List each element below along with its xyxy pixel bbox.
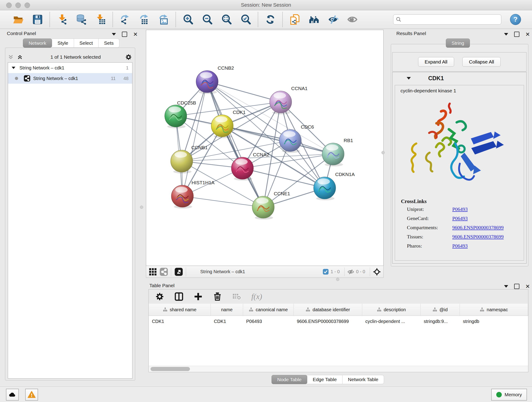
tab-node-table[interactable]: Node Table bbox=[272, 375, 307, 384]
node-CDC25B[interactable] bbox=[165, 105, 187, 128]
node-CDKN1A[interactable] bbox=[314, 177, 336, 200]
warning-button[interactable] bbox=[25, 389, 38, 401]
node-CCNA1[interactable] bbox=[270, 91, 292, 114]
edge-CCNB2-HIST1H1A[interactable] bbox=[182, 82, 207, 196]
crosslink-link[interactable]: P06493 bbox=[452, 216, 468, 221]
tree-collapse-icon[interactable] bbox=[12, 67, 15, 69]
column-header-databaseidentifier[interactable]: database identifier bbox=[294, 304, 362, 316]
edge-CDC6-CCNB1[interactable] bbox=[182, 140, 290, 161]
tab-select[interactable]: Select bbox=[74, 38, 99, 48]
network-tree-child-row[interactable]: String Network – cdk1 11 48 bbox=[8, 73, 132, 84]
column-header-canonicalname[interactable]: canonical name bbox=[243, 304, 294, 316]
results-panel-menu-icon[interactable] bbox=[504, 33, 508, 36]
table-options-gear-icon[interactable] bbox=[155, 292, 164, 301]
hidden-eye-icon[interactable] bbox=[347, 268, 354, 275]
collapse-all-button[interactable]: Collapse All bbox=[462, 57, 501, 67]
cloud-button[interactable] bbox=[6, 389, 19, 401]
crosslink-link[interactable]: P06493 bbox=[452, 243, 468, 249]
expand-all-icon[interactable] bbox=[17, 54, 23, 60]
table-cell[interactable]: CDK1 bbox=[149, 316, 211, 327]
results-panel-close-icon[interactable]: ✕ bbox=[525, 32, 530, 36]
table-cell[interactable]: stringdb:9... bbox=[421, 316, 460, 327]
edge-CCNB2-CCNE1[interactable] bbox=[207, 82, 263, 207]
node-CCNB1[interactable] bbox=[171, 150, 193, 173]
help-button[interactable]: ? bbox=[510, 14, 521, 25]
import-network-button[interactable] bbox=[56, 13, 69, 26]
node-RB1[interactable] bbox=[322, 143, 344, 166]
tab-string[interactable]: String bbox=[446, 38, 470, 48]
scrollbar-thumb[interactable] bbox=[151, 367, 190, 371]
refresh-button[interactable] bbox=[264, 13, 277, 26]
table-horizontal-scrollbar[interactable] bbox=[149, 366, 528, 372]
table-panel-menu-icon[interactable] bbox=[504, 285, 508, 288]
hide-items-button[interactable] bbox=[327, 13, 340, 26]
zoom-selected-button[interactable] bbox=[239, 13, 252, 26]
export-image-button[interactable] bbox=[157, 13, 170, 26]
right-splitter-handle[interactable] bbox=[381, 151, 385, 154]
column-header-name[interactable]: name bbox=[211, 304, 243, 316]
column-header-description[interactable]: description bbox=[362, 304, 421, 316]
import-database-button[interactable] bbox=[75, 13, 88, 26]
collapse-all-icon[interactable] bbox=[8, 54, 14, 60]
add-column-icon[interactable] bbox=[194, 292, 203, 301]
table-panel-float-icon[interactable] bbox=[514, 284, 519, 289]
tab-sets[interactable]: Sets bbox=[99, 38, 119, 48]
detach-view-icon[interactable] bbox=[174, 268, 183, 276]
table-cell[interactable]: 9606.ENSP00000378699 bbox=[294, 316, 362, 327]
node-CCNE1[interactable] bbox=[252, 196, 274, 220]
zoom-out-button[interactable] bbox=[201, 13, 214, 26]
crosslink-link[interactable]: 9606.ENSP00000378699 bbox=[452, 234, 504, 240]
clone-network-button[interactable] bbox=[288, 13, 301, 26]
grid-view-icon[interactable] bbox=[148, 268, 157, 276]
table-panel-close-icon[interactable]: ✕ bbox=[525, 284, 530, 288]
open-session-button[interactable] bbox=[12, 13, 25, 26]
export-network-button[interactable] bbox=[119, 13, 132, 26]
table-cell[interactable]: stringdb bbox=[460, 316, 528, 327]
zoom-fit-button[interactable] bbox=[220, 13, 233, 26]
left-splitter-handle[interactable] bbox=[140, 206, 143, 209]
show-columns-icon[interactable] bbox=[174, 292, 184, 301]
network-tree-root-row[interactable]: String Network – cdk1 1 bbox=[8, 63, 132, 73]
zoom-in-button[interactable] bbox=[182, 13, 195, 26]
crosslink-link[interactable]: 9606.ENSP00000378699 bbox=[452, 225, 504, 230]
control-panel-float-icon[interactable] bbox=[122, 32, 127, 37]
crosslink-link[interactable]: P06493 bbox=[452, 206, 468, 212]
fit-content-icon[interactable] bbox=[373, 268, 381, 276]
table-cell[interactable]: P06493 bbox=[243, 316, 294, 327]
network-graph[interactable]: CCNB2CCNA1CDC25BCDK1CDC6RB1CCNB1CCNA2CDK… bbox=[146, 30, 383, 266]
network-options-gear-icon[interactable] bbox=[125, 54, 132, 61]
edge-HIST1H1A-CCNE1[interactable] bbox=[182, 196, 263, 207]
node-CDC6[interactable] bbox=[279, 129, 301, 153]
control-panel-close-icon[interactable]: ✕ bbox=[133, 32, 138, 36]
selected-checkbox-icon[interactable] bbox=[323, 269, 329, 275]
column-header-id[interactable]: @id bbox=[421, 304, 460, 316]
node-HIST1H1A[interactable] bbox=[171, 185, 193, 209]
tab-network-table[interactable]: Network Table bbox=[342, 375, 384, 384]
results-panel-float-icon[interactable] bbox=[514, 32, 519, 37]
node-table[interactable]: shared namenamecanonical namedatabase id… bbox=[149, 304, 528, 327]
search-input[interactable] bbox=[404, 15, 501, 24]
table-cell[interactable]: CDK1 bbox=[211, 316, 243, 327]
tab-style[interactable]: Style bbox=[52, 38, 74, 48]
horizontal-splitter-handle[interactable] bbox=[336, 278, 339, 281]
tab-edge-table[interactable]: Edge Table bbox=[307, 375, 342, 384]
gene-section-header[interactable]: CDK1 bbox=[393, 72, 526, 84]
search-box[interactable] bbox=[393, 14, 501, 25]
memory-button[interactable]: Memory bbox=[491, 389, 527, 401]
export-table-button[interactable] bbox=[138, 13, 151, 26]
control-panel-menu-icon[interactable] bbox=[112, 33, 116, 36]
tab-network[interactable]: Network bbox=[23, 38, 52, 48]
save-session-button[interactable] bbox=[31, 13, 44, 26]
column-header-namespac[interactable]: namespac bbox=[460, 304, 528, 316]
table-row[interactable]: CDK1CDK1P064939606.ENSP00000378699cyclin… bbox=[149, 316, 528, 327]
network-canvas[interactable]: CCNB2CCNA1CDC25BCDK1CDC6RB1CCNB1CCNA2CDK… bbox=[146, 30, 384, 266]
nested-networks-button[interactable] bbox=[308, 13, 321, 26]
delete-column-icon[interactable] bbox=[213, 292, 222, 301]
import-table-button[interactable] bbox=[94, 13, 107, 26]
expand-all-button[interactable]: Expand All bbox=[418, 57, 454, 67]
column-header-sharedname[interactable]: shared name bbox=[149, 304, 211, 316]
table-cell[interactable]: cyclin-dependent ... bbox=[362, 316, 421, 327]
network-view-share-icon[interactable] bbox=[159, 268, 168, 276]
gene-collapse-icon[interactable] bbox=[407, 77, 411, 80]
node-CDK1[interactable] bbox=[211, 115, 233, 138]
